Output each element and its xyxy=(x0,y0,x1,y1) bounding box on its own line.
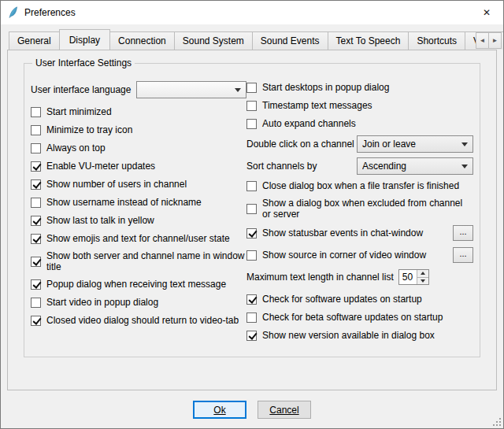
checkbox-indicator xyxy=(246,228,257,239)
checkbox-popup-on-text-message[interactable]: Popup dialog when receiving text message xyxy=(31,278,246,290)
checkbox-dialog-when-excluded[interactable]: Show a dialog box when excluded from cha… xyxy=(246,198,473,220)
right-column: Start desktops in popup dialog Timestamp… xyxy=(246,81,473,347)
checkbox-last-to-talk-yellow[interactable]: Show last to talk in yellow xyxy=(31,214,246,227)
checkbox-auto-expand-channels[interactable]: Auto expand channels xyxy=(246,117,473,130)
double-click-value: Join or leave xyxy=(362,139,457,150)
checkbox-statusbar-events[interactable]: Show statusbar events in chat-window ... xyxy=(246,225,473,241)
checkbox-indicator xyxy=(31,234,41,244)
sort-channels-select[interactable]: Ascending xyxy=(357,157,473,175)
arrow-left-icon: ◄ xyxy=(480,37,486,44)
cancel-button[interactable]: Cancel xyxy=(258,401,311,419)
checkbox-closed-video-return[interactable]: Closed video dialog should return to vid… xyxy=(31,314,246,327)
checkbox-indicator xyxy=(246,294,257,305)
tab-scroll-right-button[interactable]: ► xyxy=(488,32,502,49)
checkbox-username-instead-nickname[interactable]: Show username instead of nickname xyxy=(31,196,246,209)
tab-scroll-control: ◄ ► xyxy=(476,32,502,49)
checkbox-label: Auto expand channels xyxy=(262,118,356,129)
checkbox-label: Start minimized xyxy=(46,106,112,117)
arrow-up-icon xyxy=(421,272,425,275)
checkbox-video-source-corner[interactable]: Show source in corner of video window ..… xyxy=(246,247,473,263)
checkbox-start-minimized[interactable]: Start minimized xyxy=(31,105,246,118)
checkbox-indicator xyxy=(31,316,41,326)
tab-connection[interactable]: Connection xyxy=(109,31,175,50)
checkbox-indicator xyxy=(31,143,41,153)
window-title: Preferences xyxy=(24,7,76,18)
title-bar[interactable]: Preferences ✕ xyxy=(1,1,503,24)
checkbox-timestamp-messages[interactable]: Timestamp text messages xyxy=(246,99,473,112)
checkbox-label: Show source in corner of video window xyxy=(262,250,426,261)
checkbox-minimize-to-tray[interactable]: Minimize to tray icon xyxy=(31,124,246,136)
checkbox-label: Show emojis and text for channel/user st… xyxy=(46,233,230,244)
checkbox-indicator xyxy=(246,250,257,261)
checkbox-indicator xyxy=(246,119,257,129)
checkbox-label: Always on top xyxy=(46,142,106,153)
group-user-interface-settings: User Interface Settings User interface l… xyxy=(24,63,480,357)
checkbox-label: Show username instead of nickname xyxy=(46,197,202,208)
checkbox-label: Show a dialog box when excluded from cha… xyxy=(262,198,473,220)
arrow-down-icon xyxy=(421,279,425,283)
checkbox-label: Close dialog box when a file transfer is… xyxy=(262,180,459,191)
resize-grip[interactable] xyxy=(491,416,502,427)
checkbox-indicator xyxy=(31,161,41,172)
checkbox-indicator xyxy=(31,125,41,135)
video-source-config-button[interactable]: ... xyxy=(453,247,473,263)
checkbox-show-user-count[interactable]: Show number of users in channel xyxy=(31,178,246,190)
checkbox-indicator xyxy=(31,257,41,267)
checkbox-label: Start video in popup dialog xyxy=(46,297,158,308)
tab-scroll-left-button[interactable]: ◄ xyxy=(476,32,489,49)
checkbox-close-on-transfer-finish[interactable]: Close dialog box when a file transfer is… xyxy=(246,179,473,192)
checkbox-label: Popup dialog when receiving text message xyxy=(46,279,226,290)
max-text-length-spinner[interactable]: 50 xyxy=(398,269,429,285)
tab-display[interactable]: Display xyxy=(59,29,110,50)
close-icon: ✕ xyxy=(483,7,491,18)
group-title: User Interface Settings xyxy=(32,57,135,68)
max-text-length-value: 50 xyxy=(399,270,417,284)
checkbox-server-channel-in-title[interactable]: Show both server and channel name in win… xyxy=(31,250,246,272)
checkbox-show-new-version-dialog[interactable]: Show new version available in dialog box xyxy=(246,329,473,342)
app-logo-icon xyxy=(7,6,20,19)
ok-button[interactable]: Ok xyxy=(193,401,246,419)
checkbox-always-on-top[interactable]: Always on top xyxy=(31,142,246,154)
tab-sound-system[interactable]: Sound System xyxy=(174,31,253,50)
checkbox-label: Show both server and channel name in win… xyxy=(46,250,246,272)
checkbox-indicator xyxy=(246,181,257,191)
checkbox-vu-meter-updates[interactable]: Enable VU-meter updates xyxy=(31,160,246,172)
checkbox-label: Show new version available in dialog box xyxy=(262,330,435,341)
checkbox-label: Show statusbar events in chat-window xyxy=(262,227,423,239)
checkbox-video-popup-dialog[interactable]: Start video in popup dialog xyxy=(31,296,246,309)
checkbox-label: Timestamp text messages xyxy=(262,100,372,111)
statusbar-events-config-button[interactable]: ... xyxy=(453,225,473,241)
checkbox-indicator xyxy=(31,216,41,226)
checkbox-label: Check for software updates on startup xyxy=(262,294,422,305)
checkbox-check-updates[interactable]: Check for software updates on startup xyxy=(246,293,473,305)
checkbox-label: Check for beta software updates on start… xyxy=(262,312,443,323)
checkbox-indicator xyxy=(31,298,41,308)
spin-down-button[interactable] xyxy=(417,277,428,285)
checkbox-indicator xyxy=(246,83,257,93)
chevron-down-icon xyxy=(461,142,468,146)
checkbox-indicator xyxy=(31,179,41,190)
checkbox-indicator xyxy=(246,101,257,111)
checkbox-check-beta-updates[interactable]: Check for beta software updates on start… xyxy=(246,311,473,324)
checkbox-label: Show number of users in channel xyxy=(46,179,187,190)
sort-channels-value: Ascending xyxy=(362,161,457,172)
tab-general[interactable]: General xyxy=(9,31,60,50)
checkbox-emojis-and-text[interactable]: Show emojis and text for channel/user st… xyxy=(31,232,246,245)
dialog-button-row: Ok Cancel xyxy=(1,390,503,428)
checkbox-label: Start desktops in popup dialog xyxy=(262,82,389,93)
checkbox-indicator xyxy=(31,107,41,117)
tab-content: User Interface Settings User interface l… xyxy=(7,50,497,390)
tab-text-to-speech[interactable]: Text To Speech xyxy=(328,31,410,50)
double-click-select[interactable]: Join or leave xyxy=(357,135,473,153)
checkbox-label: Closed video dialog should return to vid… xyxy=(46,315,239,326)
language-select[interactable] xyxy=(136,81,246,98)
tab-sound-events[interactable]: Sound Events xyxy=(252,31,328,50)
tab-shortcuts[interactable]: Shortcuts xyxy=(408,31,465,50)
close-button[interactable]: ✕ xyxy=(470,1,503,24)
tab-bar: General Display Connection Sound System … xyxy=(1,24,503,50)
spin-up-button[interactable] xyxy=(417,270,428,277)
checkbox-label: Minimize to tray icon xyxy=(46,124,132,135)
checkbox-indicator xyxy=(246,204,257,214)
checkbox-desktops-popup[interactable]: Start desktops in popup dialog xyxy=(246,81,473,94)
chevron-down-icon xyxy=(461,165,468,168)
